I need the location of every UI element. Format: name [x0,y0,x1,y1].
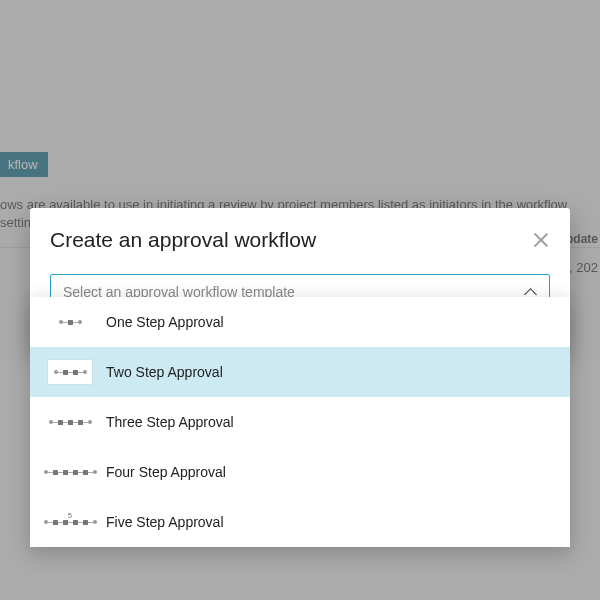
template-option-label: Two Step Approval [106,364,223,380]
modal-title: Create an approval workflow [50,228,316,252]
template-option[interactable]: Four Step Approval [30,447,570,497]
close-icon[interactable] [532,231,550,249]
workflow-steps-icon [48,310,92,334]
workflow-steps-icon [48,360,92,384]
template-option-label: One Step Approval [106,314,224,330]
template-option[interactable]: Two Step Approval [30,347,570,397]
template-dropdown-list[interactable]: One Step ApprovalTwo Step ApprovalThree … [30,297,570,547]
workflow-steps-icon [48,460,92,484]
template-dropdown: One Step ApprovalTwo Step ApprovalThree … [30,297,570,547]
template-option[interactable]: One Step Approval [30,297,570,347]
workflow-steps-icon [48,410,92,434]
workflow-steps-icon: 5 [48,510,92,534]
template-option-label: Four Step Approval [106,464,226,480]
template-option-label: Three Step Approval [106,414,234,430]
template-option[interactable]: 5Five Step Approval [30,497,570,547]
template-option[interactable]: Three Step Approval [30,397,570,447]
template-option-label: Five Step Approval [106,514,224,530]
